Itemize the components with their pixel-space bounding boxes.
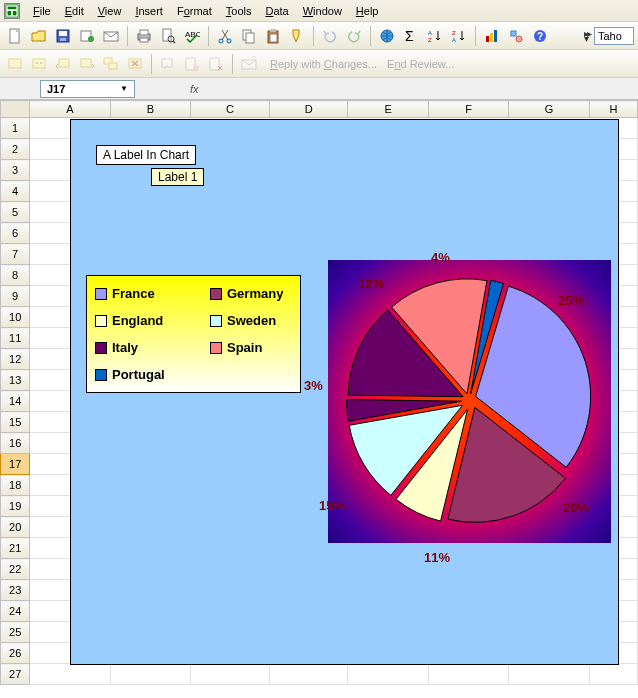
help-icon[interactable]: ? [529, 25, 551, 47]
next-comment-icon[interactable] [76, 53, 98, 75]
cell-G27[interactable] [509, 664, 590, 685]
dropdown-icon[interactable]: ▼ [120, 84, 128, 93]
row-header-7[interactable]: 7 [1, 244, 30, 265]
row-header-21[interactable]: 21 [1, 538, 30, 559]
new-icon[interactable] [4, 25, 26, 47]
menu-format[interactable]: Format [170, 3, 219, 19]
ink-icon[interactable] [157, 53, 179, 75]
row-header-15[interactable]: 15 [1, 412, 30, 433]
menu-view[interactable]: View [91, 3, 129, 19]
cell-A27[interactable] [30, 664, 110, 685]
row-header-1[interactable]: 1 [1, 118, 30, 139]
cell-E27[interactable] [348, 664, 428, 685]
menu-file[interactable]: File [26, 3, 58, 19]
cell-F27[interactable] [428, 664, 508, 685]
show-all-comments-icon[interactable] [100, 53, 122, 75]
legend-item-italy[interactable]: Italy [95, 340, 180, 355]
drawing-icon[interactable] [505, 25, 527, 47]
chart-legend[interactable]: France Germany England Sweden Italy Spai… [86, 275, 301, 393]
save-icon[interactable] [52, 25, 74, 47]
row-header-12[interactable]: 12 [1, 349, 30, 370]
row-header-6[interactable]: 6 [1, 223, 30, 244]
row-header-16[interactable]: 16 [1, 433, 30, 454]
cut-icon[interactable] [214, 25, 236, 47]
email-icon[interactable] [100, 25, 122, 47]
row-header-27[interactable]: 27 [1, 664, 30, 685]
prev-comment-icon[interactable] [52, 53, 74, 75]
col-header-a[interactable]: A [30, 101, 110, 118]
send-reply-icon[interactable] [238, 53, 260, 75]
row-header-3[interactable]: 3 [1, 160, 30, 181]
undo-icon[interactable] [319, 25, 341, 47]
reject-change-icon[interactable] [205, 53, 227, 75]
menu-edit[interactable]: Edit [58, 3, 91, 19]
legend-item-england[interactable]: England [95, 313, 180, 328]
delete-comment-icon[interactable] [124, 53, 146, 75]
sort-desc-icon[interactable]: ZA [448, 25, 470, 47]
reply-with-changes-button[interactable]: Reply with Changes... [270, 58, 377, 70]
row-header-25[interactable]: 25 [1, 622, 30, 643]
copy-icon[interactable] [238, 25, 260, 47]
menu-insert[interactable]: Insert [128, 3, 170, 19]
row-header-11[interactable]: 11 [1, 328, 30, 349]
row-header-14[interactable]: 14 [1, 391, 30, 412]
cell-D27[interactable] [269, 664, 348, 685]
col-header-f[interactable]: F [428, 101, 508, 118]
open-icon[interactable] [28, 25, 50, 47]
autosum-icon[interactable]: Σ [400, 25, 422, 47]
col-header-d[interactable]: D [269, 101, 348, 118]
chart-label-2[interactable]: Label 1 [151, 168, 204, 186]
row-header-23[interactable]: 23 [1, 580, 30, 601]
col-header-e[interactable]: E [348, 101, 428, 118]
col-header-c[interactable]: C [191, 101, 270, 118]
legend-item-spain[interactable]: Spain [210, 340, 295, 355]
col-header-h[interactable]: H [589, 101, 637, 118]
row-header-9[interactable]: 9 [1, 286, 30, 307]
track-changes-icon[interactable] [181, 53, 203, 75]
fx-icon[interactable]: fx [190, 83, 199, 95]
col-header-b[interactable]: B [110, 101, 190, 118]
show-comment-icon[interactable] [28, 53, 50, 75]
row-header-4[interactable]: 4 [1, 181, 30, 202]
cell-H27[interactable] [589, 664, 637, 685]
font-name-input[interactable] [594, 27, 634, 45]
spelling-icon[interactable]: ABC [181, 25, 203, 47]
legend-item-sweden[interactable]: Sweden [210, 313, 295, 328]
print-icon[interactable] [133, 25, 155, 47]
redo-icon[interactable] [343, 25, 365, 47]
row-header-13[interactable]: 13 [1, 370, 30, 391]
row-header-24[interactable]: 24 [1, 601, 30, 622]
row-header-19[interactable]: 19 [1, 496, 30, 517]
col-header-g[interactable]: G [509, 101, 590, 118]
legend-item-germany[interactable]: Germany [210, 286, 295, 301]
permission-icon[interactable] [76, 25, 98, 47]
select-all-corner[interactable] [1, 101, 30, 118]
row-header-18[interactable]: 18 [1, 475, 30, 496]
row-header-2[interactable]: 2 [1, 139, 30, 160]
row-header-22[interactable]: 22 [1, 559, 30, 580]
cell-C27[interactable] [191, 664, 270, 685]
row-header-17[interactable]: 17 [1, 454, 30, 475]
chart-label-1[interactable]: A Label In Chart [96, 145, 196, 165]
menu-help[interactable]: Help [349, 3, 386, 19]
embedded-chart[interactable]: A Label In Chart Label 1 France Germany … [70, 119, 619, 665]
row-header-5[interactable]: 5 [1, 202, 30, 223]
row-header-26[interactable]: 26 [1, 643, 30, 664]
end-review-button[interactable]: End Review... [387, 58, 454, 70]
print-preview-icon[interactable] [157, 25, 179, 47]
row-header-20[interactable]: 20 [1, 517, 30, 538]
legend-item-france[interactable]: France [95, 286, 180, 301]
legend-item-portugal[interactable]: Portugal [95, 367, 180, 382]
new-comment-icon[interactable] [4, 53, 26, 75]
menu-window[interactable]: Window [296, 3, 349, 19]
menu-tools[interactable]: Tools [219, 3, 259, 19]
cell-B27[interactable] [110, 664, 190, 685]
name-box[interactable]: J17 ▼ [40, 80, 135, 98]
format-painter-icon[interactable] [286, 25, 308, 47]
menu-data[interactable]: Data [258, 3, 295, 19]
hyperlink-icon[interactable] [376, 25, 398, 47]
chart-wizard-icon[interactable] [481, 25, 503, 47]
paste-icon[interactable] [262, 25, 284, 47]
row-header-10[interactable]: 10 [1, 307, 30, 328]
row-header-8[interactable]: 8 [1, 265, 30, 286]
